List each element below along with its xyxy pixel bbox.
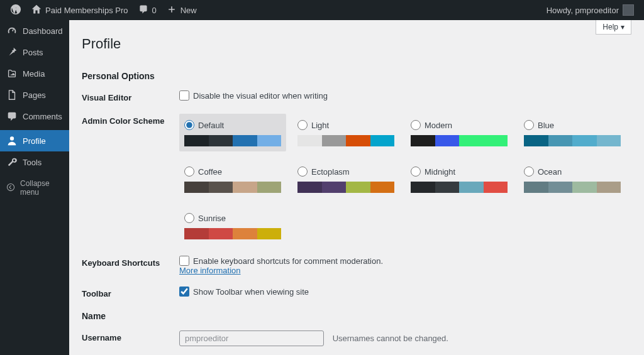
color-swatches (297, 182, 394, 193)
color-scheme-label: Midnight (425, 167, 455, 177)
howdy-text: Howdy, pmproeditor (547, 6, 619, 15)
sidebar-item-tools[interactable]: Tools (0, 151, 69, 173)
color-scheme-label: Ectoplasm (311, 167, 350, 177)
svg-point-1 (7, 183, 14, 190)
chevron-down-icon: ▾ (621, 23, 625, 31)
page-icon (6, 89, 18, 101)
admin-bar: Paid Memberships Pro 0 New Howdy, pmproe… (0, 0, 644, 20)
color-scheme-radio-light[interactable] (297, 120, 308, 130)
color-scheme-ocean[interactable]: Ocean (519, 160, 626, 198)
color-swatches (411, 182, 508, 193)
color-scheme-coffee[interactable]: Coffee (179, 160, 286, 198)
color-swatches (184, 182, 281, 193)
wordpress-icon (10, 4, 21, 17)
color-scheme-radio-midnight[interactable] (411, 167, 421, 177)
sidebar-item-label: Comments (23, 112, 62, 121)
new-label: New (180, 6, 197, 15)
color-scheme-label: Default (198, 121, 224, 130)
comment-icon (6, 111, 18, 122)
color-scheme-label: Sunrise (198, 214, 226, 223)
site-name: Paid Memberships Pro (45, 6, 128, 15)
color-scheme-midnight[interactable]: Midnight (406, 160, 513, 198)
keyboard-checkbox-label[interactable]: Enable keyboard shortcuts for comment mo… (179, 256, 631, 266)
keyboard-more-link[interactable]: More information (179, 266, 241, 275)
color-scheme-label: Ocean (538, 167, 562, 177)
toolbar-checkbox[interactable] (179, 287, 189, 297)
color-scheme-ectoplasm[interactable]: Ectoplasm (292, 160, 399, 198)
collapse-menu-label: Collapse menu (20, 179, 63, 197)
sidebar-item-media[interactable]: Media (0, 63, 69, 84)
color-swatches (524, 135, 621, 146)
sidebar-item-pages[interactable]: Pages (0, 84, 69, 106)
new-content-link[interactable]: New (162, 0, 202, 20)
username-field (179, 330, 324, 346)
color-scheme-label: Blue (538, 121, 554, 130)
wp-logo[interactable] (5, 0, 26, 20)
main-content: Help ▾ Profile Personal Options Visual E… (69, 20, 644, 355)
visual-editor-checkbox[interactable] (179, 90, 189, 101)
comments-link[interactable]: 0 (133, 0, 162, 20)
color-scheme-radio-modern[interactable] (411, 120, 421, 130)
sidebar-item-profile[interactable]: Profile (0, 130, 69, 151)
color-swatches (524, 182, 621, 193)
personal-options-heading: Personal Options (82, 71, 631, 81)
comment-icon (138, 4, 148, 16)
color-swatches (184, 135, 281, 146)
help-tab[interactable]: Help ▾ (596, 20, 631, 35)
sidebar-item-comments[interactable]: Comments (0, 106, 69, 127)
color-scheme-label: Light (311, 121, 329, 130)
color-scheme-radio-sunrise[interactable] (184, 213, 194, 223)
color-scheme-radio-ocean[interactable] (524, 167, 534, 177)
sidebar-item-dashboard[interactable]: Dashboard (0, 20, 69, 41)
media-icon (6, 68, 18, 79)
site-name-link[interactable]: Paid Memberships Pro (26, 0, 133, 20)
color-scheme-default[interactable]: Default (179, 114, 286, 151)
keyboard-label: Keyboard Shortcuts (82, 256, 179, 268)
color-scheme-label: Coffee (198, 167, 222, 177)
page-title: Profile (82, 26, 631, 58)
toolbar-checkbox-label[interactable]: Show Toolbar when viewing site (179, 287, 631, 297)
sidebar-item-posts[interactable]: Posts (0, 41, 69, 63)
color-scheme-radio-default[interactable] (184, 120, 194, 130)
dashboard-icon (6, 25, 18, 36)
color-scheme-light[interactable]: Light (292, 114, 399, 151)
pin-icon (6, 46, 18, 58)
collapse-icon (6, 183, 15, 194)
home-icon (31, 4, 42, 16)
color-scheme-sunrise[interactable]: Sunrise (179, 207, 286, 244)
toolbar-label: Toolbar (82, 287, 179, 298)
username-note: Usernames cannot be changed. (333, 334, 448, 343)
color-scheme-label: Admin Color Scheme (82, 114, 179, 126)
sidebar-item-label: Media (23, 69, 45, 79)
color-swatches (184, 228, 281, 239)
color-swatches (411, 135, 508, 146)
sidebar-item-label: Dashboard (23, 26, 63, 36)
color-scheme-blue[interactable]: Blue (519, 114, 626, 151)
my-account-link[interactable]: Howdy, pmproeditor (541, 0, 639, 20)
color-scheme-radio-blue[interactable] (524, 120, 534, 130)
plus-icon (167, 4, 177, 16)
sidebar-item-label: Profile (23, 136, 46, 146)
admin-sidebar: DashboardPostsMediaPagesCommentsProfileT… (0, 20, 69, 355)
sidebar-item-label: Posts (23, 48, 43, 57)
svg-point-0 (10, 136, 14, 140)
wrench-icon (6, 156, 18, 168)
color-scheme-modern[interactable]: Modern (406, 114, 513, 151)
comment-count: 0 (152, 6, 157, 15)
name-heading: Name (82, 311, 631, 321)
avatar (623, 4, 634, 16)
visual-editor-label: Visual Editor (82, 90, 179, 102)
color-scheme-radio-ectoplasm[interactable] (297, 167, 308, 177)
sidebar-item-label: Pages (23, 90, 46, 100)
username-label: Username (82, 330, 179, 342)
color-scheme-radio-coffee[interactable] (184, 167, 194, 177)
visual-editor-checkbox-label[interactable]: Disable the visual editor when writing (179, 90, 631, 101)
collapse-menu-button[interactable]: Collapse menu (0, 173, 69, 203)
color-swatches (297, 135, 394, 146)
keyboard-checkbox[interactable] (179, 256, 189, 266)
color-scheme-label: Modern (425, 121, 452, 130)
sidebar-item-label: Tools (23, 158, 42, 167)
user-icon (6, 135, 18, 146)
